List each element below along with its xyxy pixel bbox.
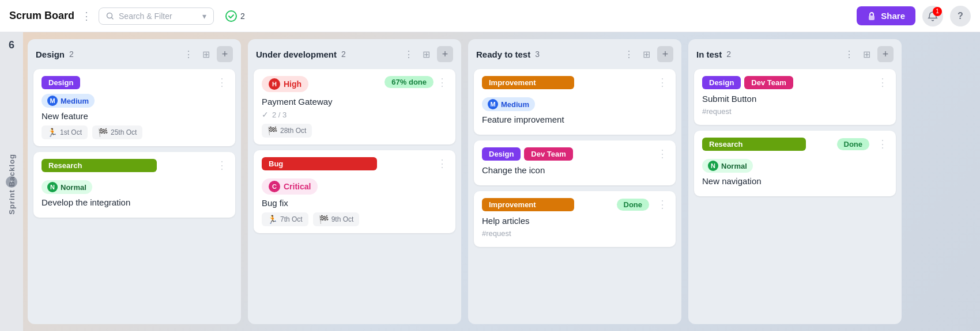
tag-devteam-intest1: Dev Team	[744, 76, 793, 89]
card-dev-1: H High 67% done ⋮ Payment Gateway ✓ 2 / …	[254, 69, 455, 144]
column-actions-dev: ⋮ ⊞ +	[402, 46, 453, 62]
end-date-dev1: 🏁 28th Oct	[262, 124, 312, 138]
column-add-design[interactable]: +	[217, 46, 233, 62]
column-grid-intest[interactable]: ⊞	[861, 48, 873, 61]
card-tags-test3: Improvement	[482, 198, 617, 211]
help-button[interactable]: ?	[950, 6, 971, 26]
tag-improvement-1: Improvement	[482, 76, 574, 89]
priority-high-label: High	[284, 79, 301, 89]
column-header-test: Ready to test 3 ⋮ ⊞ +	[468, 39, 681, 67]
done-badge-test3: Done	[617, 199, 650, 211]
lock-icon	[867, 12, 876, 21]
card-menu-icon[interactable]: ⋮	[217, 76, 227, 89]
flag-icon: 🏁	[98, 128, 108, 137]
column-menu-design[interactable]: ⋮	[182, 48, 195, 61]
card-dev-2: Bug ⋮ C Critical Bug fix 🏃 7th Oct	[254, 150, 455, 233]
card-menu-test3-icon[interactable]: ⋮	[657, 198, 668, 211]
notification-button[interactable]: 1	[922, 6, 943, 26]
check-icon: ✓	[262, 110, 269, 119]
card-menu-dev2-icon[interactable]: ⋮	[437, 157, 447, 170]
card-title-intest2: New navigation	[702, 176, 888, 186]
card-subtitle-test3: #request	[482, 229, 668, 238]
card-title-test3: Help articles	[482, 216, 668, 226]
tag-research-intest2: Research	[702, 138, 806, 151]
card-title-intest1: Submit Button	[702, 94, 888, 104]
card-menu-2-icon[interactable]: ⋮	[217, 159, 227, 172]
column-header-dev: Under development 2 ⋮ ⊞ +	[248, 39, 461, 67]
check-circle-icon	[225, 10, 237, 22]
column-count-test: 3	[535, 50, 540, 59]
search-filter[interactable]: Search & Filter ▾	[99, 7, 214, 25]
column-cards-test: Improvement ⋮ M Medium Feature improveme…	[468, 67, 681, 324]
card-top-intest2: Research Done ⋮	[702, 138, 888, 151]
svg-rect-2	[869, 16, 875, 20]
card-subtitle-intest1: #request	[702, 107, 888, 116]
card-dates-1: 🏃 1st Oct 🏁 25th Oct	[42, 125, 227, 139]
column-header-intest: In test 2 ⋮ ⊞ +	[688, 39, 902, 67]
column-in-test: In test 2 ⋮ ⊞ + Design Dev Team ⋮	[688, 39, 902, 324]
column-grid-test[interactable]: ⊞	[640, 48, 653, 61]
end-date-dev2: 🏁 9th Oct	[313, 212, 360, 226]
card-top-intest1: Design Dev Team ⋮	[702, 76, 888, 89]
flag2-icon: 🏁	[267, 126, 277, 135]
card-design-1: Design ⋮ M Medium New feature 🏃 1st Oct	[33, 69, 235, 146]
priority-medium-test1: M Medium	[482, 97, 535, 111]
column-menu-intest[interactable]: ⋮	[842, 48, 856, 61]
column-add-intest[interactable]: +	[877, 46, 894, 62]
priority-critical-label: Critical	[284, 182, 311, 191]
header-menu-icon[interactable]: ⋮	[81, 10, 92, 22]
column-add-dev[interactable]: +	[437, 46, 453, 62]
column-menu-test[interactable]: ⋮	[622, 48, 636, 61]
card-intest-1: Design Dev Team ⋮ Submit Button #request	[694, 69, 896, 125]
card-menu-intest1-icon[interactable]: ⋮	[877, 76, 888, 89]
card-title-2: Develop the integration	[42, 197, 227, 207]
priority-icon-m: M	[47, 96, 58, 106]
column-cards-intest: Design Dev Team ⋮ Submit Button #request…	[688, 67, 902, 324]
column-add-test[interactable]: +	[657, 46, 673, 62]
svg-point-1	[226, 11, 236, 21]
tag-bug: Bug	[262, 157, 377, 170]
sprint-label: Sprint Backlog	[7, 154, 16, 215]
tag-devteam-test2: Dev Team	[524, 147, 572, 161]
tag-design: Design	[42, 76, 80, 89]
card-menu-dev1-icon[interactable]: ⋮	[437, 76, 447, 89]
sprint-sidebar: 6 ‹ Sprint Backlog	[0, 32, 23, 331]
column-grid-dev[interactable]: ⊞	[420, 48, 432, 61]
priority-m2-icon: M	[488, 99, 498, 109]
done-area-intest2: Done ⋮	[837, 138, 888, 150]
priority-critical-badge: C Critical	[262, 178, 318, 195]
done-area: Done ⋮	[617, 198, 668, 211]
completed-count: 2	[240, 12, 245, 21]
column-actions-intest: ⋮ ⊞ +	[842, 46, 894, 62]
priority-n2-icon: N	[708, 161, 718, 171]
priority-badge-medium: M Medium	[42, 94, 95, 108]
tag-research: Research	[42, 159, 157, 172]
column-header-design: Design 2 ⋮ ⊞ +	[28, 39, 241, 67]
sprint-number: 6	[9, 39, 14, 51]
column-menu-dev[interactable]: ⋮	[402, 48, 416, 61]
card-title-test1: Feature improvement	[482, 115, 668, 124]
search-dropdown-icon: ▾	[202, 12, 206, 21]
column-title-design: Design	[36, 50, 65, 59]
card-top-dev2: Bug ⋮	[262, 157, 447, 170]
card-menu-test1-icon[interactable]: ⋮	[657, 76, 668, 89]
check-label: 2 / 3	[272, 111, 287, 119]
column-design: Design 2 ⋮ ⊞ + Design ⋮	[28, 39, 241, 324]
column-count-intest: 2	[726, 50, 731, 59]
card-menu-test2-icon[interactable]: ⋮	[657, 147, 668, 160]
run-icon: 🏃	[47, 128, 57, 137]
card-menu-intest2-icon[interactable]: ⋮	[877, 138, 888, 150]
card-tags-intest2: Research	[702, 138, 837, 151]
card-tags-dev1: H High	[262, 76, 385, 92]
end-date-1: 🏁 25th Oct	[92, 125, 142, 139]
priority-c-icon: C	[269, 181, 280, 192]
card-title-1: New feature	[42, 111, 227, 121]
priority-normal-intest2: N Normal	[702, 159, 753, 173]
run2-icon: 🏃	[267, 215, 277, 224]
column-count-design: 2	[69, 50, 74, 59]
header: Scrum Board ⋮ Search & Filter ▾ 2 Share	[0, 0, 980, 32]
priority-label-normal: Normal	[61, 183, 86, 192]
share-button[interactable]: Share	[857, 6, 915, 25]
column-grid-design[interactable]: ⊞	[200, 48, 212, 61]
card-top-test2: Design Dev Team ⋮	[482, 147, 668, 161]
